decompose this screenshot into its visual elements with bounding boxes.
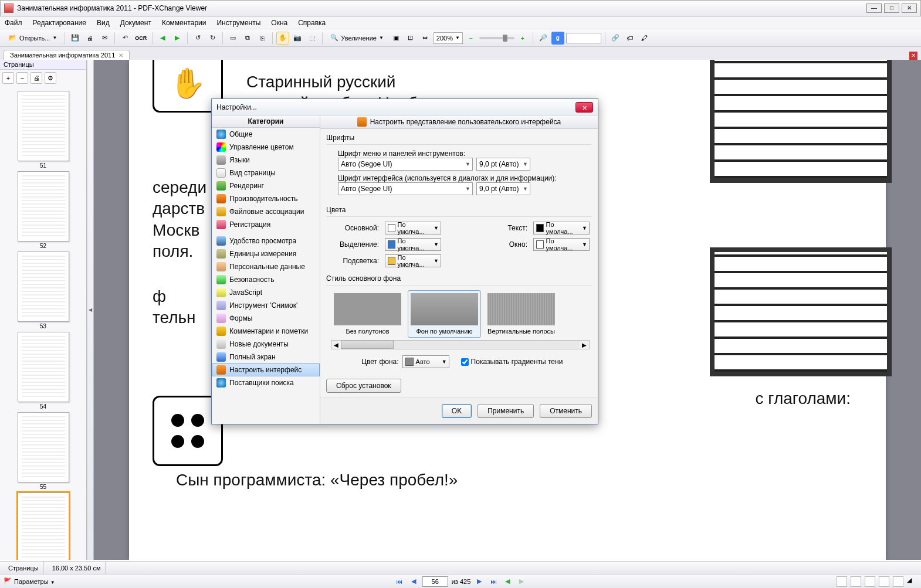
cat-javascript[interactable]: JavaScript [212, 286, 320, 299]
find-icon[interactable]: 🔎 [537, 32, 550, 45]
tab-close-icon[interactable]: ✕ [118, 52, 123, 59]
close-button[interactable]: ✕ [902, 4, 917, 13]
rotate-ccw-icon[interactable]: ↺ [191, 32, 204, 45]
color-hl-combo[interactable]: По умолча...▼ [385, 254, 441, 267]
cat-units[interactable]: Единицы измерения [212, 247, 320, 260]
cat-color-mgmt[interactable]: Управление цветом [212, 141, 320, 154]
cat-page-view[interactable]: Вид страницы [212, 166, 320, 179]
bg-color-combo[interactable]: Авто▼ [402, 355, 449, 368]
cat-new-docs[interactable]: Новые документы [212, 338, 320, 351]
reset-button[interactable]: Сброс установок [326, 379, 401, 393]
stamp-icon[interactable]: 🏷 [624, 32, 636, 45]
prev-page-icon[interactable]: ◀ [408, 576, 419, 587]
menu-tools[interactable]: Инструменты [216, 19, 260, 27]
nav-back2-icon[interactable]: ◀ [502, 576, 513, 587]
zoom-width-icon[interactable]: ⇔ [419, 32, 432, 45]
bg-style-scrollbar[interactable]: ◀▶ [331, 340, 590, 349]
camera-icon[interactable]: 📷 [291, 32, 304, 45]
next-page-icon[interactable]: ▶ [474, 576, 485, 587]
highlight-icon[interactable]: 🖍 [638, 32, 651, 45]
nav-fwd-icon[interactable]: ▶ [171, 32, 184, 45]
page-layout-icon[interactable] [893, 576, 903, 587]
undo-icon[interactable]: ↶ [118, 32, 131, 45]
nav-back-icon[interactable]: ◀ [156, 32, 169, 45]
zoom-value-input[interactable]: 200%▼ [434, 32, 463, 44]
zoom-in-thumbs-icon[interactable]: + [2, 72, 14, 84]
cat-general[interactable]: Общие [212, 128, 320, 141]
zoom-slider[interactable] [479, 37, 514, 39]
thumbnail[interactable]: 51 [18, 91, 69, 169]
menu-windows[interactable]: Окна [271, 19, 287, 27]
cat-snapshot[interactable]: Инструмент 'Снимок' [212, 299, 320, 312]
menu-help[interactable]: Справка [298, 19, 326, 27]
copy-icon[interactable]: ⎘ [256, 32, 269, 45]
thumbnail-selected[interactable]: 56 [18, 492, 69, 560]
menu-document[interactable]: Документ [120, 19, 151, 27]
nav-fwd2-icon[interactable]: ▶ [516, 576, 527, 587]
continuous-icon[interactable] [851, 576, 861, 587]
cat-forms[interactable]: Формы [212, 312, 320, 325]
zoom-dropdown[interactable]: 🔍 Увеличение ▼ [326, 32, 388, 45]
cat-accessibility[interactable]: Удобство просмотра [212, 234, 320, 247]
font-ui-size-combo[interactable]: 9,0 pt (Авто)▼ [476, 182, 530, 195]
menu-comments[interactable]: Комментарии [162, 19, 206, 27]
facing-continuous-icon[interactable] [879, 576, 889, 587]
open-button[interactable]: 📂 Открыть... ▼ [5, 32, 61, 45]
search-box[interactable] [566, 33, 601, 43]
ocr-icon[interactable]: OCR [133, 32, 148, 45]
thumbnail[interactable]: 52 [18, 171, 69, 249]
print-thumbs-icon[interactable]: 🖨 [31, 72, 42, 84]
sidebar-collapse-handle[interactable]: ◀ [87, 60, 94, 560]
cat-performance[interactable]: Производительность [212, 192, 320, 205]
maximize-button[interactable]: □ [884, 4, 899, 13]
save-icon[interactable]: 💾 [69, 32, 82, 45]
single-page-icon[interactable] [837, 576, 847, 587]
font-ui-combo[interactable]: Авто (Segoe UI)▼ [338, 182, 473, 195]
thumbnail[interactable]: 55 [18, 412, 69, 490]
resize-handle-icon[interactable]: ◢ [907, 576, 917, 587]
rotate-cw-icon[interactable]: ↻ [206, 32, 219, 45]
options-thumbs-icon[interactable]: ⚙ [45, 72, 56, 84]
facing-icon[interactable] [865, 576, 875, 587]
bg-style-vstripes[interactable]: Вертикальные полосы [485, 290, 558, 338]
zoom-out-thumbs-icon[interactable]: − [16, 72, 28, 84]
snapshot-icon[interactable]: ⧉ [241, 32, 254, 45]
cat-rendering[interactable]: Рендеринг [212, 179, 320, 192]
print-icon[interactable]: 🖨 [83, 32, 96, 45]
thumbnail[interactable]: 54 [18, 332, 69, 410]
page-number-input[interactable] [422, 576, 448, 587]
font-menu-size-combo[interactable]: 9,0 pt (Авто)▼ [476, 158, 530, 171]
cat-file-assoc[interactable]: Файловые ассоциации [212, 205, 320, 218]
color-window-combo[interactable]: По умолча...▼ [533, 238, 590, 251]
font-menu-combo[interactable]: Авто (Segoe UI)▼ [338, 158, 473, 171]
cat-customize-ui[interactable]: Настроить интерфейс [212, 363, 320, 376]
cat-identity[interactable]: Персональные данные [212, 260, 320, 273]
cat-comments[interactable]: Комментарии и пометки [212, 325, 320, 338]
zoom-in-icon[interactable]: + [516, 32, 529, 45]
thumbnail[interactable]: 53 [18, 251, 69, 329]
apply-button[interactable]: Применить [478, 404, 534, 418]
show-gradients-checkbox[interactable]: Показывать градиенты тени [461, 358, 563, 366]
last-page-icon[interactable]: ⏭ [488, 576, 499, 587]
menu-file[interactable]: Файл [5, 19, 22, 27]
cat-search-providers[interactable]: Поставщики поиска [212, 376, 320, 389]
dialog-close-button[interactable]: ✕ [575, 102, 593, 113]
zoom-fit-icon[interactable]: ⊡ [404, 32, 417, 45]
bg-style-default[interactable]: Фон по умолчанию [408, 290, 481, 338]
cat-languages[interactable]: Языки [212, 154, 320, 166]
menu-view[interactable]: Вид [97, 19, 110, 27]
close-all-tabs[interactable]: ✕ [909, 52, 917, 60]
zoom-out-icon[interactable]: − [465, 32, 478, 45]
email-icon[interactable]: ✉ [98, 32, 111, 45]
color-text-combo[interactable]: По умолча...▼ [533, 222, 590, 234]
google-icon[interactable]: g [551, 32, 564, 45]
cancel-button[interactable]: Отменить [540, 404, 592, 418]
ok-button[interactable]: OK [442, 404, 472, 418]
link-icon[interactable]: 🔗 [609, 32, 622, 45]
first-page-icon[interactable]: ⏮ [394, 576, 405, 587]
zoom-actual-icon[interactable]: ▣ [390, 32, 402, 45]
hand-icon[interactable]: ✋ [276, 32, 289, 45]
cat-registration[interactable]: Регистрация [212, 218, 320, 231]
color-main-combo[interactable]: По умолча...▼ [385, 222, 441, 234]
select-text-icon[interactable]: ⬚ [306, 32, 319, 45]
